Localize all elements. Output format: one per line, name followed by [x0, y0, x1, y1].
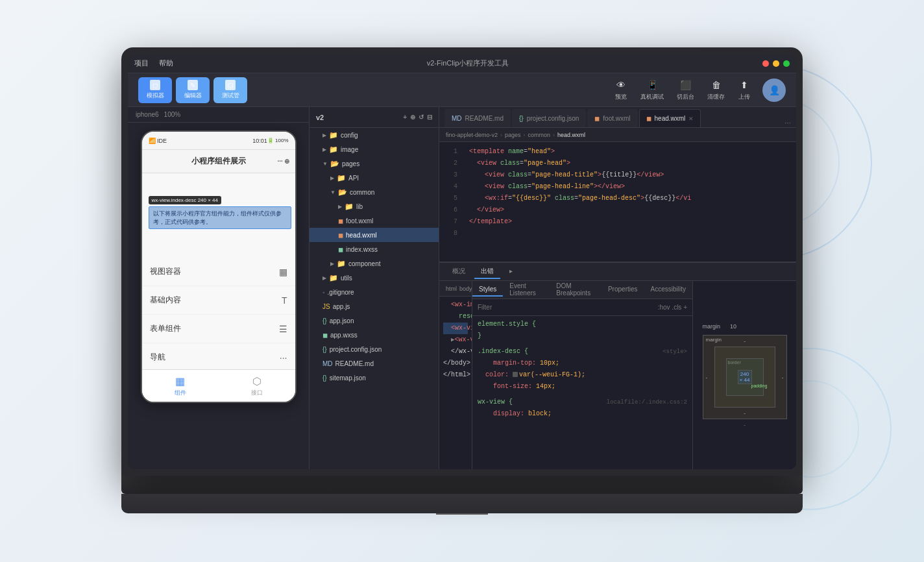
preview-icon: 👁 — [614, 79, 627, 92]
toolbar-actions: 👁 预览 📱 真机调试 ⬛ 切后台 🗑 清缓存 — [614, 79, 751, 101]
tree-file-gitignore[interactable]: ◦ .gitignore — [310, 285, 439, 299]
file-label: app.json — [330, 317, 354, 324]
tree-file-app-wxss[interactable]: ◼ app.wxss — [310, 328, 439, 342]
file-label: .gitignore — [328, 289, 354, 296]
file-icon: {} — [322, 317, 327, 324]
elem-crumb-html[interactable]: html — [446, 286, 457, 292]
editor-mode-button[interactable]: ✎ 编辑器 — [176, 77, 210, 103]
tab-overflow-button[interactable]: ··· — [784, 118, 791, 127]
devtools-tab-error[interactable]: 出错 — [474, 265, 500, 279]
minimize-button[interactable] — [773, 60, 779, 67]
tree-folder-common[interactable]: ▼ 📂 common — [310, 185, 439, 199]
breadcrumb-sep-2: › — [524, 132, 526, 138]
nav-components-label: 组件 — [175, 389, 186, 397]
style-source-2: <style> — [663, 346, 687, 358]
background-label: 切后台 — [677, 93, 694, 101]
box-content-size: 240 × 44 — [738, 371, 751, 383]
device-debug-button[interactable]: 📱 真机调试 — [640, 79, 664, 101]
code-content[interactable]: <template name="head"> <view class="page… — [463, 142, 796, 262]
menu-icon-1: ▦ — [279, 267, 287, 277]
menu-icon-3: ☰ — [279, 324, 287, 334]
breadcrumb-part-4: head.wxml — [557, 132, 585, 138]
tree-file-project-config[interactable]: {} project.config.json — [310, 342, 439, 356]
preview-button[interactable]: 👁 预览 — [614, 79, 627, 101]
toolbar: ◻ 模拟器 ✎ 编辑器 ⬡ 测试管 👁 预览 — [128, 73, 796, 107]
background-button[interactable]: ⬛ 切后台 — [677, 79, 694, 101]
tab-foot-wxml[interactable]: ◼ foot.wxml — [587, 109, 637, 127]
menu-item-basic[interactable]: 基础内容 T — [142, 286, 295, 315]
tree-folder-image[interactable]: ▶ 📁 image — [310, 142, 439, 156]
tab-project-config[interactable]: {} project.config.json — [512, 109, 586, 127]
file-label: sitemap.json — [330, 374, 366, 382]
tree-file-head-wxml[interactable]: ◼ head.wxml — [310, 228, 439, 242]
code-view[interactable]: 12345678 <template name="head"> <view cl… — [439, 142, 796, 262]
styles-tab-styles[interactable]: Styles — [472, 283, 503, 297]
filetree-new-folder-icon[interactable]: ⊕ — [410, 114, 415, 121]
file-icon: ◼ — [338, 217, 343, 225]
devtools-tab-more[interactable]: ▸ — [503, 265, 519, 278]
close-button[interactable] — [762, 60, 769, 67]
devtools-tab-overview[interactable]: 概况 — [446, 265, 472, 279]
menu-item-form[interactable]: 表单组件 ☰ — [142, 315, 295, 343]
maximize-button[interactable] — [783, 60, 790, 67]
tree-file-sitemap[interactable]: {} sitemap.json — [310, 371, 439, 385]
preview-label: 预览 — [615, 93, 627, 101]
tree-folder-pages[interactable]: ▼ 📂 pages — [310, 156, 439, 171]
tree-file-foot-wxml[interactable]: ◼ foot.wxml — [310, 214, 439, 228]
box-content-layer: 240 × 44 — [738, 370, 752, 384]
nav-components-icon: ▦ — [175, 375, 185, 387]
simulator-mode-button[interactable]: ◻ 模拟器 — [138, 77, 172, 103]
clear-cache-icon: 🗑 — [710, 79, 723, 92]
code-editor-area[interactable]: 12345678 <template name="head"> <view cl… — [439, 142, 796, 262]
styles-tab-accessibility[interactable]: Accessibility — [644, 283, 692, 297]
style-selector-3: wx-view { — [478, 398, 513, 406]
test-mode-button[interactable]: ⬡ 测试管 — [213, 77, 247, 103]
tab-readme[interactable]: MD README.md — [444, 109, 511, 127]
tree-folder-utils[interactable]: ▶ 📁 utils — [310, 271, 439, 285]
box-model-title: margin 10 — [703, 323, 737, 330]
menu-label-4: 导航 — [150, 352, 165, 363]
tree-folder-component[interactable]: ▶ 📁 component — [310, 256, 439, 271]
menu-project[interactable]: 项目 — [134, 58, 149, 68]
phone-menu: 视图容器 ▦ 基础内容 T 表单组件 ☰ — [142, 258, 295, 369]
breadcrumb-sep-1: › — [500, 132, 502, 138]
folder-arrow: ▶ — [322, 147, 326, 153]
devtools-top-tabs: 概况 出错 ▸ — [439, 263, 796, 281]
folder-label: common — [350, 189, 374, 196]
tree-file-app-json[interactable]: {} app.json — [310, 313, 439, 328]
breadcrumb-part-2: pages — [505, 132, 521, 138]
titlebar: 项目 帮助 v2-FinClip小程序开发工具 — [128, 54, 796, 73]
nav-api[interactable]: ⬡ 接口 — [219, 370, 295, 402]
elem-crumb-body[interactable]: body — [459, 286, 472, 292]
filetree-new-file-icon[interactable]: + — [403, 114, 407, 121]
tree-file-readme[interactable]: MD README.md — [310, 356, 439, 371]
tree-folder-lib[interactable]: ▶ 📁 lib — [310, 199, 439, 214]
upload-button[interactable]: ⬆ 上传 — [738, 79, 751, 101]
styles-tab-event-listeners[interactable]: Event Listeners — [503, 281, 550, 300]
tree-folder-config[interactable]: ▶ 📁 config — [310, 128, 439, 142]
filetree-refresh-icon[interactable]: ↺ — [419, 114, 424, 121]
styles-tab-dom-breakpoints[interactable]: DOM Breakpoints — [550, 281, 602, 300]
styles-panel: Styles Event Listeners DOM Breakpoints P… — [472, 281, 692, 469]
tab-head-wxml[interactable]: ◼ head.wxml ✕ — [639, 109, 701, 127]
tab-head-icon: ◼ — [646, 115, 651, 122]
test-icon: ⬡ — [225, 80, 236, 90]
menu-item-nav[interactable]: 导航 ··· — [142, 343, 295, 369]
tree-file-app-js[interactable]: JS app.js — [310, 299, 439, 313]
tab-close-icon[interactable]: ✕ — [688, 116, 694, 122]
tree-folder-api[interactable]: ▶ 📁 API — [310, 171, 439, 185]
folder-label: image — [341, 146, 358, 153]
menu-item-viewcontainer[interactable]: 视图容器 ▦ — [142, 258, 295, 286]
styles-content: element.style { } .index-desc { <style> — [472, 316, 692, 469]
tree-file-index-wxss[interactable]: ◼ index.wxss — [310, 242, 439, 256]
window-title: v2-FinClip小程序开发工具 — [173, 58, 762, 68]
style-prop-fontsize: font-size: 14px; — [485, 381, 687, 393]
menu-help[interactable]: 帮助 — [159, 58, 173, 68]
user-avatar[interactable]: 👤 — [762, 79, 786, 102]
styles-tab-properties[interactable]: Properties — [602, 283, 644, 297]
clear-cache-button[interactable]: 🗑 清缓存 — [707, 79, 725, 101]
styles-filter-input[interactable] — [478, 304, 654, 311]
laptop-screen: 项目 帮助 v2-FinClip小程序开发工具 ◻ 模拟器 — [128, 54, 796, 469]
nav-components[interactable]: ▦ 组件 — [142, 370, 219, 402]
filetree-collapse-icon[interactable]: ⊟ — [427, 114, 432, 121]
